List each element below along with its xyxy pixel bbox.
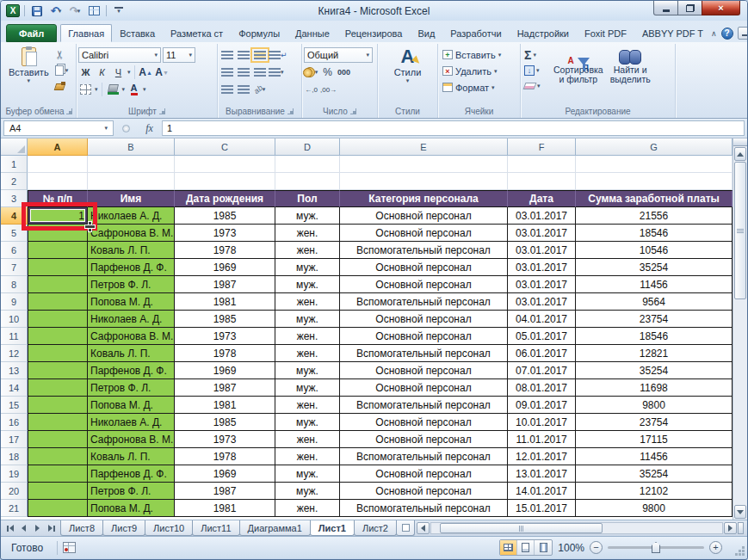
zoom-slider-thumb[interactable] (652, 542, 660, 553)
bold-button[interactable]: Ж (78, 65, 93, 80)
last-sheet-button[interactable] (45, 522, 58, 535)
cell-B18[interactable]: Коваль Л. П. (88, 448, 175, 465)
cell-F7[interactable]: 03.01.2017 (508, 259, 576, 276)
cell-C7[interactable]: 1969 (175, 259, 275, 276)
cell-A2[interactable] (28, 173, 88, 190)
cell-D10[interactable]: муж. (275, 311, 340, 328)
cell-A1[interactable] (28, 156, 88, 173)
cell-F13[interactable]: 07.01.2017 (508, 362, 576, 379)
split-handle[interactable] (733, 138, 747, 146)
cell-E15[interactable]: Вспомогательный персонал (340, 397, 508, 414)
underline-button[interactable]: Ч (111, 65, 126, 80)
undo-button[interactable]: ↶▾ (48, 3, 64, 18)
cell-A18[interactable] (28, 448, 88, 465)
cell-E6[interactable]: Вспомогательный персонал (340, 242, 508, 259)
chevron-down-icon[interactable]: ▾ (127, 69, 131, 76)
align-center-button[interactable] (236, 65, 250, 80)
row-header-6[interactable]: 6 (1, 242, 28, 259)
cell-C1[interactable] (175, 156, 275, 173)
cell-F9[interactable]: 03.01.2017 (508, 293, 576, 311)
cell-F4[interactable]: 03.01.2017 (508, 207, 576, 225)
close-button[interactable]: × (702, 1, 740, 15)
cell-A16[interactable] (28, 414, 88, 431)
insert-worksheet-tab[interactable] (396, 520, 415, 536)
cell-D4[interactable]: муж. (275, 207, 340, 225)
cell-G11[interactable]: 18546 (576, 328, 733, 345)
cell-G2[interactable] (576, 173, 733, 190)
save-button[interactable] (29, 3, 45, 18)
cell-C2[interactable] (175, 173, 275, 190)
cell-D17[interactable]: жен. (275, 431, 340, 448)
vertical-scrollbar[interactable] (733, 138, 747, 520)
cell-E8[interactable]: Основной персонал (340, 276, 508, 293)
cell-G8[interactable]: 11456 (576, 276, 733, 293)
cell-A5[interactable] (28, 225, 88, 242)
cell-G10[interactable]: 23754 (576, 311, 733, 328)
dialog-launcher-icon[interactable] (350, 108, 356, 114)
cell-B17[interactable]: Сафронова В. М. (88, 431, 175, 448)
find-select-button[interactable]: Найти и выделить (607, 45, 654, 105)
select-all-corner[interactable] (1, 138, 28, 156)
cell-C8[interactable]: 1987 (175, 276, 275, 293)
cell-B4[interactable]: Николаев А. Д. (88, 207, 175, 225)
cell-E10[interactable]: Основной персонал (340, 311, 508, 328)
increase-indent-button[interactable] (236, 83, 250, 97)
table-preview-button[interactable] (86, 3, 102, 18)
scroll-right-button[interactable] (724, 522, 737, 534)
doc-minimize-button[interactable] (738, 27, 748, 40)
cell-E19[interactable]: Основной персонал (340, 465, 508, 483)
first-sheet-button[interactable] (3, 522, 16, 535)
row-header-15[interactable]: 15 (1, 397, 28, 414)
column-header-G[interactable]: G (576, 138, 733, 156)
column-header-F[interactable]: F (508, 138, 576, 156)
record-macro-icon[interactable] (63, 542, 76, 553)
sheet-tab-Лист2[interactable]: Лист2 (354, 520, 397, 536)
ribbon-tab-Надстройки[interactable]: Надстройки (510, 24, 577, 42)
cell-F20[interactable]: 14.01.2017 (508, 483, 576, 500)
cell-E7[interactable]: Основной персонал (340, 259, 508, 276)
cell-C10[interactable]: 1985 (175, 311, 275, 328)
decrease-indent-button[interactable] (219, 83, 234, 97)
dialog-launcher-icon[interactable] (66, 108, 72, 114)
cell-C16[interactable]: 1985 (175, 414, 275, 431)
cell-G18[interactable]: 11456 (576, 448, 733, 465)
cell-E3[interactable]: Категория персонала (340, 190, 508, 207)
cell-E2[interactable] (340, 173, 508, 190)
cell-B7[interactable]: Парфенов Д. Ф. (88, 259, 175, 276)
name-box[interactable]: A4▾ (3, 120, 114, 136)
cell-A9[interactable] (28, 293, 88, 311)
paste-button[interactable]: Вставить ▾ (4, 45, 53, 105)
cell-G17[interactable]: 17115 (576, 431, 733, 448)
cell-G12[interactable]: 12821 (576, 345, 733, 362)
cell-D8[interactable]: муж. (275, 276, 340, 293)
font-color-button[interactable]: А (127, 83, 141, 97)
scroll-up-button[interactable] (734, 147, 746, 161)
merge-center-button[interactable]: ▾ (269, 65, 284, 80)
cell-G16[interactable]: 23754 (576, 414, 733, 431)
row-header-12[interactable]: 12 (1, 345, 28, 362)
cell-A20[interactable] (28, 483, 88, 500)
cell-A12[interactable] (28, 345, 88, 362)
cell-D6[interactable]: жен. (275, 242, 340, 259)
cell-B11[interactable]: Сафронова В. М. (88, 328, 175, 345)
cell-D21[interactable]: жен. (275, 500, 340, 517)
cell-D1[interactable] (275, 156, 340, 173)
cell-B20[interactable]: Петров Ф. Л. (88, 483, 175, 500)
cell-F15[interactable]: 09.01.2017 (508, 397, 576, 414)
formula-input[interactable]: 1 (163, 120, 745, 136)
cell-G5[interactable]: 18546 (576, 225, 733, 242)
zoom-level[interactable]: 100% (558, 542, 584, 554)
cell-G4[interactable]: 21556 (576, 207, 733, 225)
cell-C17[interactable]: 1973 (175, 431, 275, 448)
cell-G21[interactable]: 9800 (576, 500, 733, 517)
autosum-button[interactable]: Σ▾ (524, 48, 548, 61)
insert-function-button[interactable]: fx (137, 120, 163, 136)
cell-E16[interactable]: Основной персонал (340, 414, 508, 431)
normal-view-button[interactable] (500, 540, 517, 555)
cell-E12[interactable]: Вспомогательный персонал (340, 345, 508, 362)
column-header-C[interactable]: C (175, 138, 275, 156)
cell-B19[interactable]: Парфенов Д. Ф. (88, 465, 175, 483)
align-bottom-button[interactable] (252, 48, 267, 63)
font-size-select[interactable]: 11▾ (163, 47, 195, 63)
cell-A13[interactable] (28, 362, 88, 379)
